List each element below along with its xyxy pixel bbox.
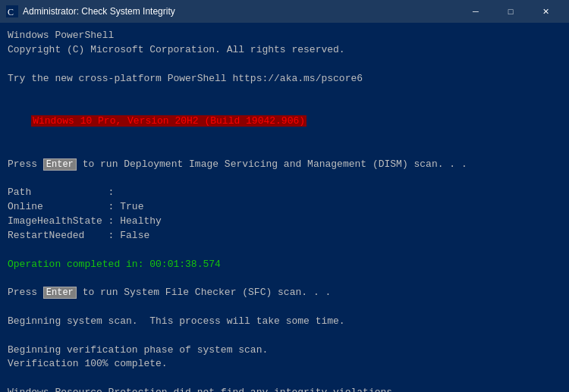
terminal-line-14	[8, 243, 561, 258]
terminal-line-9	[8, 171, 561, 186]
terminal-line-16	[8, 271, 561, 286]
terminal-line-15: Operation completed in: 00:01:38.574	[8, 258, 561, 272]
terminal-line-2: Copyright (C) Microsoft Corporation. All…	[8, 43, 561, 58]
terminal-line-11: Online : True	[8, 200, 561, 215]
terminal-line-10: Path :	[8, 186, 561, 200]
terminal-line-12: ImageHealthState : Healthy	[8, 215, 561, 229]
terminal-line-20	[8, 329, 561, 343]
terminal-line-3	[8, 58, 561, 72]
maximize-button[interactable]: □	[493, 0, 528, 23]
enter-key-2: Enter	[43, 287, 77, 299]
terminal-line-8: Press Enter to run Deployment Image Serv…	[8, 158, 561, 172]
terminal-window: Windows PowerShell Copyright (C) Microso…	[0, 23, 569, 392]
terminal-line-21: Beginning verification phase of system s…	[8, 343, 561, 358]
terminal-line-22: Verification 100% complete.	[8, 357, 561, 372]
terminal-line-4: Try the new cross-platform PowerShell ht…	[8, 72, 561, 86]
title-bar-icon: C	[6, 5, 18, 17]
terminal-line-7	[8, 143, 561, 158]
terminal-line-13: RestartNeeded : False	[8, 229, 561, 243]
svg-text:C: C	[8, 7, 14, 17]
title-bar-text: Administrator: Check System Integrity	[23, 6, 458, 17]
enter-key-1: Enter	[43, 158, 77, 171]
terminal-line-1: Windows PowerShell	[8, 29, 561, 43]
terminal-line-5	[8, 86, 561, 100]
title-bar: C Administrator: Check System Integrity …	[0, 0, 569, 23]
terminal-line-6: Windows 10 Pro, Version 20H2 (Build 1904…	[8, 100, 561, 143]
terminal-line-17: Press Enter to run System File Checker (…	[8, 286, 561, 300]
terminal-line-24: Windows Resource Protection did not find…	[8, 386, 561, 392]
close-button[interactable]: ✕	[528, 0, 563, 23]
terminal-line-18	[8, 300, 561, 315]
minimize-button[interactable]: ─	[458, 0, 493, 23]
terminal-line-19: Beginning system scan. This process will…	[8, 315, 561, 329]
terminal-line-23	[8, 372, 561, 386]
title-bar-controls: ─ □ ✕	[458, 0, 563, 23]
